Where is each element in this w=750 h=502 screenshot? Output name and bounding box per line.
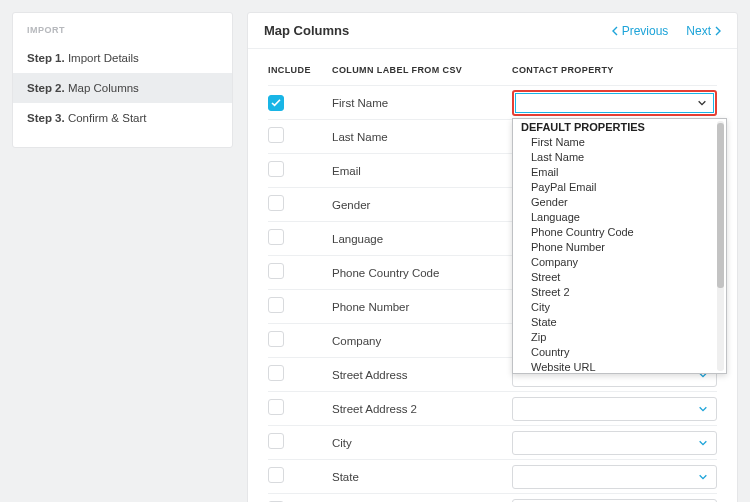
next-label: Next — [686, 24, 711, 38]
scrollbar-thumb[interactable] — [717, 123, 724, 288]
cell-csv-label: Company — [332, 335, 512, 347]
page-title: Map Columns — [264, 23, 349, 38]
include-checkbox[interactable] — [268, 467, 284, 483]
step-label: Map Columns — [68, 82, 139, 94]
dropdown-option[interactable]: Company — [513, 255, 726, 270]
include-checkbox[interactable] — [268, 399, 284, 415]
cell-csv-label: City — [332, 437, 512, 449]
th-label: COLUMN LABEL FROM CSV — [332, 65, 512, 75]
contact-property-select[interactable] — [512, 397, 717, 421]
cell-property — [512, 499, 717, 503]
panel-header: Map Columns Previous Next — [248, 13, 737, 49]
cell-csv-label: First Name — [332, 97, 512, 109]
chevron-right-icon — [715, 26, 721, 36]
map-columns-panel: Map Columns Previous Next INCLUDE COLUMN… — [247, 12, 738, 502]
previous-label: Previous — [622, 24, 669, 38]
cell-csv-label: Last Name — [332, 131, 512, 143]
include-checkbox[interactable] — [268, 331, 284, 347]
dropdown-option[interactable]: State — [513, 315, 726, 330]
dropdown-option[interactable]: Country — [513, 345, 726, 360]
sidebar-step-1[interactable]: Step 1. Import Details — [13, 43, 232, 73]
table-row: Zip — [268, 493, 717, 502]
cell-include — [268, 127, 332, 146]
step-bold: Step 2. — [27, 82, 65, 94]
mapping-table: INCLUDE COLUMN LABEL FROM CSV CONTACT PR… — [248, 49, 737, 502]
chevron-down-icon — [698, 404, 708, 414]
dropdown-option[interactable]: Street — [513, 270, 726, 285]
cell-include — [268, 433, 332, 452]
dropdown-option[interactable]: Language — [513, 210, 726, 225]
dropdown-option[interactable]: Last Name — [513, 150, 726, 165]
dropdown-option[interactable]: Website URL — [513, 360, 726, 374]
step-bold: Step 3. — [27, 112, 65, 124]
cell-include — [268, 467, 332, 486]
table-row: Street Address 2 — [268, 391, 717, 425]
dropdown-scrollbar[interactable] — [717, 121, 724, 371]
step-label: Import Details — [68, 52, 139, 64]
chevron-down-icon — [697, 98, 707, 108]
cell-include — [268, 399, 332, 418]
include-checkbox[interactable] — [268, 229, 284, 245]
cell-csv-label: Language — [332, 233, 512, 245]
sidebar-step-3[interactable]: Step 3. Confirm & Start — [13, 103, 232, 133]
include-checkbox[interactable] — [268, 297, 284, 313]
table-row: City — [268, 425, 717, 459]
cell-property — [512, 431, 717, 455]
cell-include — [268, 161, 332, 180]
cell-csv-label: Email — [332, 165, 512, 177]
include-checkbox[interactable] — [268, 161, 284, 177]
property-dropdown: DEFAULT PROPERTIESFirst NameLast NameEma… — [512, 118, 727, 374]
table-row: First NameDEFAULT PROPERTIESFirst NameLa… — [268, 85, 717, 119]
cell-csv-label: Phone Country Code — [332, 267, 512, 279]
dropdown-group-header: DEFAULT PROPERTIES — [513, 119, 726, 135]
contact-property-select[interactable]: DEFAULT PROPERTIESFirst NameLast NameEma… — [512, 90, 717, 116]
step-label: Confirm & Start — [68, 112, 147, 124]
cell-property: DEFAULT PROPERTIESFirst NameLast NameEma… — [512, 90, 717, 116]
cell-csv-label: Street Address 2 — [332, 403, 512, 415]
include-checkbox[interactable] — [268, 365, 284, 381]
include-checkbox[interactable] — [268, 95, 284, 111]
table-header: INCLUDE COLUMN LABEL FROM CSV CONTACT PR… — [268, 57, 717, 85]
contact-property-select[interactable] — [512, 499, 717, 503]
table-row: State — [268, 459, 717, 493]
nav-links: Previous Next — [612, 24, 721, 38]
dropdown-option[interactable]: Zip — [513, 330, 726, 345]
dropdown-option[interactable]: Phone Number — [513, 240, 726, 255]
dropdown-option[interactable]: Gender — [513, 195, 726, 210]
next-link[interactable]: Next — [686, 24, 721, 38]
cell-include — [268, 229, 332, 248]
cell-include — [268, 331, 332, 350]
cell-csv-label: Phone Number — [332, 301, 512, 313]
chevron-left-icon — [612, 26, 618, 36]
sidebar-step-2[interactable]: Step 2. Map Columns — [13, 73, 232, 103]
cell-include — [268, 195, 332, 214]
th-property: CONTACT PROPERTY — [512, 65, 717, 75]
dropdown-option[interactable]: PayPal Email — [513, 180, 726, 195]
dropdown-option[interactable]: Street 2 — [513, 285, 726, 300]
dropdown-option[interactable]: Phone Country Code — [513, 225, 726, 240]
previous-link[interactable]: Previous — [612, 24, 669, 38]
contact-property-select[interactable] — [512, 465, 717, 489]
include-checkbox[interactable] — [268, 195, 284, 211]
cell-property — [512, 465, 717, 489]
contact-property-select[interactable] — [512, 431, 717, 455]
dropdown-option[interactable]: First Name — [513, 135, 726, 150]
chevron-down-icon — [698, 438, 708, 448]
dropdown-option[interactable]: City — [513, 300, 726, 315]
th-include: INCLUDE — [268, 65, 332, 75]
cell-property — [512, 397, 717, 421]
include-checkbox[interactable] — [268, 263, 284, 279]
step-bold: Step 1. — [27, 52, 65, 64]
cell-csv-label: Street Address — [332, 369, 512, 381]
include-checkbox[interactable] — [268, 127, 284, 143]
import-sidebar: IMPORT Step 1. Import DetailsStep 2. Map… — [12, 12, 233, 148]
cell-include — [268, 95, 332, 111]
include-checkbox[interactable] — [268, 433, 284, 449]
cell-include — [268, 297, 332, 316]
cell-include — [268, 263, 332, 282]
dropdown-option[interactable]: Email — [513, 165, 726, 180]
cell-include — [268, 365, 332, 384]
cell-csv-label: State — [332, 471, 512, 483]
chevron-down-icon — [698, 472, 708, 482]
sidebar-title: IMPORT — [13, 25, 232, 43]
